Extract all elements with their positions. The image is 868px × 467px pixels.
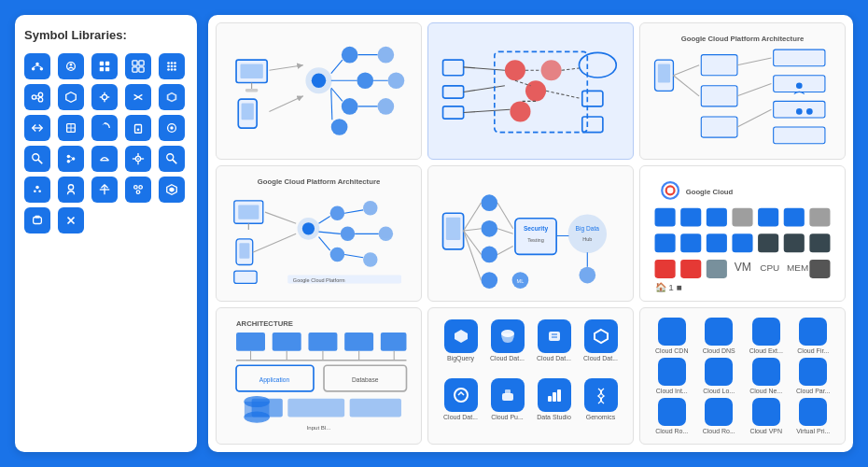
data-studio-item[interactable]: Data Studio <box>533 378 575 432</box>
diagram-cell-9[interactable]: Cloud CDN Cloud DNS Cloud Ext... Cl <box>639 307 846 445</box>
sidebar-icon-7[interactable] <box>58 84 84 110</box>
cloud-dat2-item[interactable]: Cloud Dat... <box>533 319 575 374</box>
sidebar-icon-14[interactable] <box>125 115 151 141</box>
cloud-labels-grid: Cloud CDN Cloud DNS Cloud Ext... Cl <box>650 318 835 434</box>
cloud-vpn-item[interactable]: Cloud VPN <box>744 398 789 435</box>
diagram-cell-2[interactable] <box>427 22 634 160</box>
svg-point-97 <box>388 72 405 89</box>
virtual-pri-item[interactable]: Virtual Pri... <box>791 398 836 435</box>
cloud-lo-item[interactable]: Cloud Lo... <box>697 358 742 395</box>
genomics-label: Genomics <box>586 414 616 421</box>
svg-line-146 <box>265 212 296 223</box>
svg-rect-10 <box>105 67 109 71</box>
cloud-cdn-hex <box>658 318 686 346</box>
cloud-ext-item[interactable]: Cloud Ext... <box>744 318 789 355</box>
svg-rect-203 <box>784 234 805 252</box>
svg-text:Google Cloud Platform Architec: Google Cloud Platform Architecture <box>681 35 805 43</box>
cloud-cdn-item[interactable]: Cloud CDN <box>650 318 694 355</box>
cloud-par-item[interactable]: Cloud Par... <box>791 358 836 395</box>
data-studio-hex <box>538 378 571 412</box>
svg-line-134 <box>737 84 771 96</box>
svg-text:CPU: CPU <box>760 262 779 273</box>
svg-line-173 <box>464 231 482 280</box>
sidebar-icon-6[interactable] <box>24 84 50 110</box>
cloud-ro2-item[interactable]: Cloud Ro... <box>697 398 742 435</box>
svg-point-188 <box>662 182 679 199</box>
svg-point-20 <box>174 65 176 68</box>
sidebar-icon-11[interactable] <box>24 115 50 141</box>
svg-rect-124 <box>701 55 737 76</box>
diagram-cell-3[interactable]: Google Cloud Platform Architecture <box>639 22 846 160</box>
svg-rect-241 <box>502 393 513 401</box>
sidebar-icon-2[interactable] <box>58 53 84 79</box>
sidebar-icon-24[interactable] <box>125 177 151 203</box>
sidebar-icon-9[interactable] <box>125 84 151 110</box>
svg-rect-201 <box>732 234 752 252</box>
bigquery-icon-item[interactable]: BigQuery <box>440 319 482 374</box>
sidebar-icon-5[interactable] <box>159 53 185 79</box>
icon-library-grid: BigQuery Cloud Dat... Clou <box>434 314 627 438</box>
svg-point-16 <box>171 62 174 64</box>
sidebar-icon-8[interactable] <box>91 84 118 110</box>
svg-rect-230 <box>287 399 344 417</box>
sidebar-icon-27[interactable] <box>58 207 84 234</box>
architecture-diagram: ARCHITECTURE Application <box>222 314 415 438</box>
cloud-dat3-label: Cloud Dat... <box>583 355 618 362</box>
sidebar-icon-3[interactable] <box>91 53 118 79</box>
svg-point-70 <box>139 186 143 190</box>
cloud-dns-item[interactable]: Cloud DNS <box>697 318 742 355</box>
diagram-cell-8[interactable]: BigQuery Cloud Dat... Clou <box>427 307 634 445</box>
cloud-int-item[interactable]: Cloud Int... <box>650 358 694 395</box>
svg-line-171 <box>464 228 482 230</box>
diagram-cell-1[interactable] <box>216 22 422 160</box>
svg-point-2 <box>40 67 44 71</box>
sidebar-icon-1[interactable] <box>24 53 50 79</box>
cloud-dat3-item[interactable]: Cloud Dat... <box>580 319 622 374</box>
svg-rect-123 <box>658 64 670 83</box>
sidebar-icon-10[interactable] <box>159 84 185 110</box>
svg-rect-192 <box>680 207 701 226</box>
svg-rect-207 <box>707 260 727 278</box>
sidebar-icon-18[interactable] <box>91 146 118 172</box>
svg-point-152 <box>330 247 344 261</box>
svg-rect-194 <box>732 207 752 226</box>
diagram-cell-5[interactable]: Security Testing Big Data Hub <box>427 165 634 303</box>
cloud-ne-item[interactable]: Cloud Ne... <box>744 358 789 395</box>
cloud-ro2-hex <box>705 398 733 426</box>
cloud-fir-item[interactable]: Cloud Fir... <box>791 318 836 355</box>
diagram-cell-4[interactable]: Google Cloud Platform Architecture <box>216 165 422 303</box>
svg-text:MEM: MEM <box>787 262 808 273</box>
svg-line-179 <box>497 246 513 254</box>
svg-line-48 <box>38 160 42 163</box>
cloud-pu-item[interactable]: Cloud Pu... <box>486 378 528 432</box>
svg-point-106 <box>525 80 546 101</box>
svg-line-111 <box>464 109 511 112</box>
sidebar-icon-19[interactable] <box>125 146 151 172</box>
svg-rect-125 <box>701 86 737 106</box>
sidebar-icon-16[interactable] <box>24 146 50 172</box>
svg-rect-193 <box>707 207 727 226</box>
sidebar-icon-21[interactable] <box>24 177 50 203</box>
diagram-cell-7[interactable]: ARCHITECTURE Application <box>216 307 422 445</box>
sidebar-icon-13[interactable] <box>91 115 118 141</box>
sidebar-icon-25[interactable] <box>159 177 185 203</box>
cloud-ro1-item[interactable]: Cloud Ro... <box>650 398 694 435</box>
cloud-dat2-hex <box>538 319 571 353</box>
sidebar-icon-23[interactable] <box>91 177 118 203</box>
svg-rect-103 <box>443 86 464 98</box>
cloud-dat1-item[interactable]: Cloud Dat... <box>486 319 528 374</box>
svg-rect-237 <box>549 332 560 341</box>
sidebar-icon-12[interactable] <box>58 115 84 141</box>
sidebar-icon-22[interactable] <box>58 177 84 203</box>
sidebar-icon-15[interactable] <box>159 115 185 141</box>
sidebar-icon-20[interactable] <box>159 146 185 172</box>
sidebar-icon-4[interactable] <box>125 53 151 79</box>
genomics-item[interactable]: Genomics <box>580 378 622 432</box>
svg-rect-174 <box>515 218 556 254</box>
cloud-par-label: Cloud Par... <box>796 388 831 395</box>
diagram-cell-6[interactable]: Google Cloud <box>639 165 846 303</box>
sidebar-icon-26[interactable] <box>24 207 50 234</box>
svg-text:ML: ML <box>517 278 525 284</box>
sidebar-icon-17[interactable] <box>58 146 84 172</box>
cloud-dat4-item[interactable]: Cloud Dat... <box>440 378 482 432</box>
